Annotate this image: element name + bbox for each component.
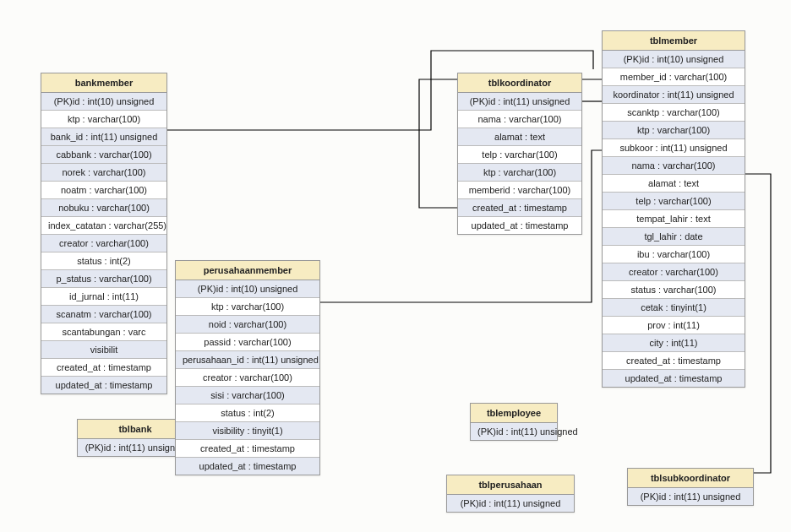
column-row[interactable]: status : int(2) [176, 404, 319, 422]
column-row[interactable]: updated_at : timestamp [176, 458, 319, 475]
column-row[interactable]: member_id : varchar(100) [603, 68, 745, 86]
table-tblperusahaan[interactable]: tblperusahaan (PK)id : int(11) unsigned [446, 475, 575, 513]
column-row[interactable]: (PK)id : int(11) unsigned [447, 495, 574, 512]
column-row[interactable]: ktp : varchar(100) [603, 122, 745, 139]
column-row[interactable]: creator : varchar(100) [41, 235, 166, 252]
column-row[interactable]: creator : varchar(100) [603, 263, 745, 281]
column-row[interactable]: (PK)id : int(10) unsigned [176, 280, 319, 298]
column-row[interactable]: (PK)id : int(11) unsigned [458, 93, 581, 111]
table-rows: (PK)id : int(11) unsignednama : varchar(… [458, 93, 581, 234]
table-rows: (PK)id : int(10) unsignedktp : varchar(1… [41, 93, 166, 394]
column-row[interactable]: visibility : tinyit(1) [176, 422, 319, 440]
column-row[interactable]: cabbank : varchar(100) [41, 146, 166, 164]
column-row[interactable]: ktp : varchar(100) [176, 298, 319, 316]
column-row[interactable]: updated_at : timestamp [41, 377, 166, 394]
table-rows: (PK)id : int(11) unsigned [628, 488, 753, 505]
column-row[interactable]: bank_id : int(11) unsigned [41, 128, 166, 146]
column-row[interactable]: sisi : varchar(100) [176, 387, 319, 404]
column-row[interactable]: ibu : varchar(100) [603, 246, 745, 263]
column-row[interactable]: nobuku : varchar(100) [41, 199, 166, 217]
column-row[interactable]: noatm : varchar(100) [41, 182, 166, 199]
column-row[interactable]: (PK)id : int(11) unsigned [628, 488, 753, 505]
column-row[interactable]: tempat_lahir : text [603, 210, 745, 228]
table-header: tblmember [603, 31, 745, 51]
table-header: tblkoordinator [458, 73, 581, 93]
column-row[interactable]: nama : varchar(100) [603, 157, 745, 175]
column-row[interactable]: city : int(11) [603, 334, 745, 352]
column-row[interactable]: ktp : varchar(100) [41, 111, 166, 128]
table-tblkoordinator[interactable]: tblkoordinator (PK)id : int(11) unsigned… [457, 73, 582, 235]
column-row[interactable]: status : int(2) [41, 252, 166, 270]
column-row[interactable]: noid : varchar(100) [176, 316, 319, 334]
column-row[interactable]: perusahaan_id : int(11) unsigned [176, 351, 319, 369]
column-row[interactable]: scanktp : varchar(100) [603, 104, 745, 122]
column-row[interactable]: index_catatan : varchar(255) [41, 217, 166, 235]
column-row[interactable]: (PK)id : int(10) unsigned [41, 93, 166, 111]
table-perusahaanmember[interactable]: perusahaanmember (PK)id : int(10) unsign… [175, 260, 320, 475]
column-row[interactable]: tgl_lahir : date [603, 228, 745, 246]
column-row[interactable]: visibilit [41, 341, 166, 359]
column-row[interactable]: (PK)id : int(10) unsigned [603, 51, 745, 68]
column-row[interactable]: alamat : text [603, 175, 745, 193]
column-row[interactable]: ktp : varchar(100) [458, 164, 581, 182]
column-row[interactable]: scanatm : varchar(100) [41, 306, 166, 323]
column-row[interactable]: alamat : text [458, 128, 581, 146]
column-row[interactable]: prov : int(11) [603, 317, 745, 334]
table-rows: (PK)id : int(10) unsignedktp : varchar(1… [176, 280, 319, 475]
table-tblmember[interactable]: tblmember (PK)id : int(10) unsignedmembe… [602, 30, 745, 388]
column-row[interactable]: cetak : tinyint(1) [603, 299, 745, 317]
table-bankmember[interactable]: bankmember (PK)id : int(10) unsignedktp … [41, 73, 167, 394]
table-tblemployee[interactable]: tblemployee (PK)id : int(11) unsigned [470, 403, 558, 441]
column-row[interactable]: norek : varchar(100) [41, 164, 166, 182]
column-row[interactable]: subkoor : int(11) unsigned [603, 139, 745, 157]
column-row[interactable]: telp : varchar(100) [603, 193, 745, 210]
column-row[interactable]: created_at : timestamp [176, 440, 319, 458]
table-rows: (PK)id : int(11) unsigned [471, 423, 557, 440]
column-row[interactable]: created_at : timestamp [603, 352, 745, 370]
table-tblsubkoordinator[interactable]: tblsubkoordinator (PK)id : int(11) unsig… [627, 468, 754, 506]
column-row[interactable]: telp : varchar(100) [458, 146, 581, 164]
column-row[interactable]: memberid : varchar(100) [458, 182, 581, 199]
column-row[interactable]: status : varchar(100) [603, 281, 745, 299]
table-header: bankmember [41, 73, 166, 93]
column-row[interactable]: created_at : timestamp [41, 359, 166, 377]
column-row[interactable]: created_at : timestamp [458, 199, 581, 217]
column-row[interactable]: nama : varchar(100) [458, 111, 581, 128]
table-header: perusahaanmember [176, 261, 319, 280]
column-row[interactable]: scantabungan : varc [41, 323, 166, 341]
column-row[interactable]: koordinator : int(11) unsigned [603, 86, 745, 104]
column-row[interactable]: (PK)id : int(11) unsigned [471, 423, 557, 440]
column-row[interactable]: passid : varchar(100) [176, 334, 319, 351]
table-header: tblemployee [471, 404, 557, 423]
table-header: tblsubkoordinator [628, 469, 753, 488]
table-rows: (PK)id : int(11) unsigned [447, 495, 574, 512]
table-header: tblperusahaan [447, 475, 574, 495]
column-row[interactable]: updated_at : timestamp [603, 370, 745, 387]
column-row[interactable]: id_jurnal : int(11) [41, 288, 166, 306]
column-row[interactable]: creator : varchar(100) [176, 369, 319, 387]
table-rows: (PK)id : int(10) unsignedmember_id : var… [603, 51, 745, 387]
column-row[interactable]: p_status : varchar(100) [41, 270, 166, 288]
column-row[interactable]: updated_at : timestamp [458, 217, 581, 234]
